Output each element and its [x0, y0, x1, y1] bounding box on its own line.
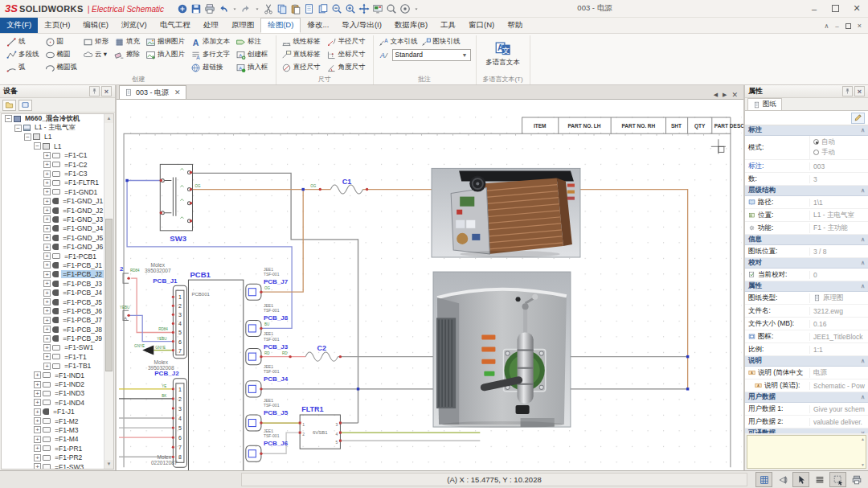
section-chevron-icon[interactable]: ∧ [861, 260, 865, 266]
tree-item[interactable]: +=F1-M3 [2, 425, 113, 434]
tree-item[interactable]: +=F1-PCB_J3 [2, 279, 113, 288]
tree-expander[interactable]: + [34, 399, 41, 406]
property-value[interactable]: 1\1 [809, 199, 868, 207]
tree-item[interactable]: +=F1-GND_J4 [2, 224, 113, 233]
tree-item[interactable]: +=F1-IND1 [2, 371, 113, 379]
tree-item[interactable]: +=F1-IND2 [2, 379, 113, 388]
menu-item[interactable]: 工具 [434, 18, 462, 33]
tree-expander[interactable]: + [34, 426, 41, 433]
section-chevron-icon[interactable]: ∧ [861, 127, 865, 133]
ribbon-item[interactable]: 擦除 [113, 48, 141, 61]
radio-icon[interactable] [813, 150, 819, 155]
property-section[interactable]: 说明∧ [745, 356, 868, 367]
tab-next-icon[interactable]: ▶ [723, 92, 727, 98]
tree-expander[interactable]: + [43, 280, 51, 287]
menu-item[interactable]: 导入/导出(I) [335, 18, 388, 33]
section-chevron-icon[interactable]: ∧ [861, 358, 865, 364]
property-value[interactable]: 原理图 [809, 293, 868, 303]
property-section[interactable]: 层级结构∧ [745, 186, 868, 196]
print-icon[interactable] [204, 3, 215, 14]
tree-expander[interactable]: + [43, 298, 51, 306]
description-note-box[interactable]: ▲ ▼ [747, 435, 866, 469]
tree-expander[interactable]: + [43, 188, 51, 195]
property-value[interactable]: 电源 [809, 368, 868, 378]
menu-item[interactable]: 电气工程 [154, 18, 197, 33]
tree-item[interactable]: +=F1-PCB_J5 [2, 297, 113, 306]
search-icon[interactable] [386, 3, 397, 14]
tree-scrollbar[interactable]: ▲ ▼ [104, 114, 113, 469]
ribbon-item[interactable]: A创建框 [234, 48, 270, 61]
tree-item[interactable]: +=F1-GND_J2 [2, 206, 113, 215]
tree-expander[interactable]: + [43, 234, 51, 241]
caret-icon[interactable] [231, 3, 238, 14]
tree-item[interactable]: +=F1-GND_J6 [2, 242, 113, 251]
ribbon-item[interactable]: 矩形 [81, 35, 110, 48]
ribbon-item[interactable]: 图块引线 [420, 35, 462, 48]
menu-item[interactable]: 主页(H) [38, 18, 76, 33]
tree-item[interactable]: −L1 [2, 133, 113, 141]
property-value[interactable]: Schematic - Pow [809, 382, 868, 390]
zoomout-icon[interactable] [331, 3, 342, 14]
ribbon-item[interactable]: 坐标尺寸 [325, 48, 367, 61]
collapse-ribbon-icon[interactable]: ∧ [824, 23, 829, 30]
tree-expander[interactable]: + [43, 353, 51, 360]
tree-item[interactable]: +=F1-PCB_J4 [2, 288, 113, 297]
tree-item[interactable]: +=F1-PCB_J6 [2, 306, 113, 315]
funnel-toggle[interactable] [774, 472, 791, 487]
tree-expander[interactable]: − [14, 125, 22, 132]
lines-toggle[interactable] [811, 472, 828, 487]
tree-expander[interactable]: + [43, 261, 51, 269]
tree-item[interactable]: +=F1-GND_J5 [2, 233, 113, 242]
tree-expander[interactable]: + [34, 417, 41, 424]
section-chevron-icon[interactable]: ∧ [861, 283, 865, 289]
undo-icon[interactable] [218, 3, 229, 14]
ribbon-item[interactable]: 圆 [43, 35, 80, 48]
doc-restore-icon[interactable] [845, 23, 851, 29]
note-scroll-down-icon[interactable]: ▼ [861, 462, 865, 467]
menu-item[interactable]: 修改... [301, 18, 335, 33]
ribbon-item[interactable]: 捆绑图片 [144, 35, 186, 48]
ribbon-item[interactable]: 标注 [234, 35, 270, 48]
tree-item[interactable]: +=F1-GND_J3 [2, 215, 113, 223]
tree-item[interactable]: +=F1-C2 [2, 160, 113, 169]
tree-item[interactable]: +=F1-TB1 [2, 362, 113, 371]
tree-expander[interactable]: + [34, 463, 41, 470]
property-section[interactable]: 用户数据∧ [745, 392, 868, 403]
radio-icon[interactable] [813, 139, 819, 145]
edit-pencil-icon[interactable] [851, 113, 865, 124]
tree-expander[interactable]: + [34, 408, 41, 416]
tree-expander[interactable]: + [43, 215, 51, 223]
ribbon-item[interactable]: 线 [5, 35, 41, 48]
tree-item[interactable]: +=F1-PCB_J7 [2, 316, 113, 325]
ribbon-item[interactable]: 插入图片 [144, 48, 186, 61]
property-value[interactable]: Give your schem [809, 405, 868, 413]
tree-item[interactable]: +=F1-SW3 [2, 462, 113, 470]
tree-expander[interactable]: − [24, 133, 31, 141]
tree-item[interactable]: +=F1-C3 [2, 169, 113, 178]
tree-item[interactable]: +=F1-PCB1 [2, 252, 113, 260]
tree-item[interactable]: +=F1-PR2 [2, 453, 113, 461]
tree-item[interactable]: +=F1-T1 [2, 352, 113, 361]
ribbon-item[interactable]: 多段线 [5, 48, 41, 61]
menu-item[interactable]: 绘图(D) [260, 18, 301, 33]
tree-expander[interactable]: + [43, 198, 51, 205]
redo-icon[interactable] [240, 3, 252, 14]
caret-icon[interactable] [254, 3, 260, 14]
tree-item[interactable]: +=F1-PCB_J1 [2, 260, 113, 269]
tree-item[interactable]: +=F1-PCB_J9 [2, 334, 113, 342]
section-chevron-icon[interactable]: ∧ [861, 394, 865, 400]
ribbon-item[interactable]: 直线标签 [280, 48, 322, 61]
tree-expander[interactable]: + [43, 161, 51, 168]
cut-icon[interactable] [263, 3, 274, 14]
pin-icon[interactable] [842, 86, 853, 96]
tree-expander[interactable]: + [43, 152, 51, 159]
tree-item[interactable]: +=F1-PR1 [2, 444, 113, 453]
tree-item[interactable]: +=F1-J1 [2, 408, 113, 416]
tree-item[interactable]: +=F1-C1 [2, 151, 113, 160]
property-value[interactable]: 0.16 [809, 320, 868, 328]
ribbon-item[interactable]: 椭圆 [43, 48, 80, 61]
ribbon-item[interactable]: 填充 [113, 35, 141, 48]
schematic-canvas[interactable]: SW3C1C2PCB1PCB001PCB_J1PCB_J2Molex395032… [117, 100, 743, 471]
tree-item[interactable]: +=F1-PCB_J2 [2, 270, 113, 279]
section-chevron-icon[interactable]: ∧ [861, 236, 865, 243]
